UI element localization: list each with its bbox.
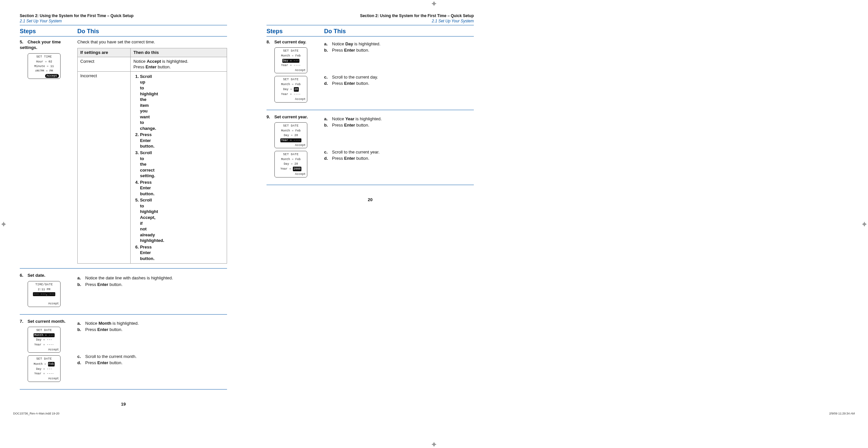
sub-marker: d. — [324, 156, 330, 161]
device-title: SET DATE — [276, 77, 306, 81]
sub-text: Press Enter button. — [332, 80, 369, 87]
device-screen-set-date: SET DATE Month = Feb Day = --- Year = --… — [274, 47, 307, 73]
table-cell: Scroll up to highlight the item you want… — [131, 71, 227, 264]
registration-mark-icon — [862, 222, 867, 227]
sub-marker: c. — [324, 74, 330, 80]
table-row: Correct Notice Accept is highlighted. Pr… — [78, 57, 227, 71]
step-title: Set current day. — [274, 39, 306, 44]
step-title: Set date. — [28, 273, 45, 278]
sub-marker: d. — [324, 80, 330, 87]
footer-timestamp: 2/9/09 11:29:34 AM — [829, 412, 855, 415]
device-accept: Accept — [276, 68, 306, 72]
device-line: Day = 28 — [276, 162, 306, 166]
device-accept: Accept — [29, 347, 59, 352]
device-title: SET DATE — [29, 329, 59, 332]
sub-marker: b. — [77, 327, 83, 333]
step-intro: Check that you have set the correct time… — [77, 39, 227, 45]
step-5: 5. Check your time settings. SET TIME Ho… — [20, 39, 227, 269]
step-number: 9. — [267, 114, 273, 120]
device-line: Hour = 02 — [29, 60, 59, 64]
sub-marker: a. — [77, 275, 83, 281]
section-title: Section 2: Using the System for the Firs… — [20, 13, 227, 19]
device-line-highlighted: Month = --- — [34, 333, 54, 337]
device-title: TIME/DATE — [29, 283, 59, 287]
sub-text: Scroll to the current day. — [332, 74, 378, 80]
device-accept: Accept — [29, 301, 59, 306]
device-screen-set-date: SET DATE Month = --- Day = --- Year = --… — [28, 327, 61, 353]
device-line: Month = Feb — [276, 129, 306, 133]
device-line: Year = ---- — [276, 92, 306, 97]
step-number: 6. — [20, 273, 26, 278]
table-cell: Notice Accept is highlighted. Press Ente… — [131, 57, 227, 71]
sub-text: Scroll to the current year. — [332, 149, 380, 155]
device-value-highlighted: 28 — [294, 87, 299, 92]
device-screen-set-date: SET DATE Month = Feb Day = --- Year = --… — [28, 355, 61, 382]
print-footer: DOC15736_Rev-A-Man.indd 19-20 2/9/09 11:… — [0, 410, 868, 417]
device-line: Year = ---- — [276, 63, 306, 68]
device-line: Day = --- — [29, 338, 59, 342]
col-do: Do This — [324, 27, 474, 35]
sub-text: Press Enter button. — [85, 327, 122, 333]
step-number: 8. — [267, 39, 273, 45]
device-value-highlighted: Feb — [48, 362, 55, 367]
device-line: Minute = 11 — [29, 64, 59, 69]
step-number: 7. — [20, 318, 26, 324]
table-row: Incorrect Scroll up to highlight the ite… — [78, 71, 227, 264]
sub-text: Press Enter button. — [332, 122, 369, 128]
if-settings-table: If settings are Then do this Correct Not… — [77, 48, 227, 264]
device-line: AM/PM = PM — [29, 69, 59, 73]
device-title: SET DATE — [276, 124, 306, 128]
sub-text: Press Enter button. — [85, 282, 122, 287]
col-steps: Steps — [20, 27, 77, 35]
col-do: Do This — [77, 27, 227, 35]
device-accept: Accept — [276, 172, 306, 176]
table-cell: Incorrect — [78, 71, 131, 264]
table-cell: Correct — [78, 57, 131, 71]
sub-text: Press Enter button. — [332, 156, 369, 161]
step-8: 8. Set current day. SET DATE Month = Feb… — [267, 39, 474, 110]
page-header: Section 2: Using the System for the Firs… — [267, 13, 474, 24]
device-accept: Accept — [276, 97, 306, 101]
device-value-highlighted: 2008 — [293, 167, 301, 171]
sub-marker: a. — [324, 41, 330, 47]
columns-header: Steps Do This — [20, 27, 227, 36]
device-accept: Accept — [45, 74, 59, 78]
device-title: SET DATE — [29, 357, 59, 361]
sub-text: Notice Day is highlighted. — [332, 41, 380, 47]
col-steps: Steps — [267, 27, 324, 35]
table-header: If settings are — [78, 48, 131, 57]
registration-mark-icon — [432, 1, 436, 6]
page-20: Section 2: Using the System for the Firs… — [267, 13, 474, 407]
step-9: 9. Set current year. SET DATE Month = Fe… — [267, 114, 474, 185]
device-line: Day = 28 — [276, 87, 306, 92]
device-line: Month = Feb — [276, 157, 306, 162]
step-7: 7. Set current month. SET DATE Month = -… — [20, 318, 227, 389]
device-line: Month = Feb — [29, 361, 59, 367]
header-rule — [267, 25, 474, 25]
device-line: Day = --- — [29, 367, 59, 371]
sub-marker: c. — [324, 149, 330, 155]
section-subtitle: 2.1 Set Up Your System — [267, 19, 474, 24]
device-line-highlighted: --- ---, --- — [33, 292, 56, 296]
sub-marker: a. — [77, 320, 83, 326]
step-number: 5. — [20, 39, 26, 45]
sub-marker: a. — [324, 116, 330, 122]
device-line: Month = Feb — [276, 54, 306, 58]
page-19: Section 2: Using the System for the Firs… — [20, 13, 227, 407]
page-number: 19 — [20, 401, 227, 407]
device-title: SET DATE — [276, 152, 306, 157]
device-line: Day = 28 — [276, 133, 306, 138]
device-line: 2:11 PM — [29, 287, 59, 292]
device-title: SET TIME — [29, 55, 59, 59]
registration-mark-icon — [1, 222, 6, 227]
device-line: Month = Feb — [276, 82, 306, 87]
device-line-highlighted: Day = --- — [282, 59, 300, 63]
sub-marker: b. — [324, 122, 330, 128]
sub-text: Notice the date line with dashes is high… — [85, 275, 173, 281]
step-title: Set current month. — [28, 319, 66, 324]
columns-header: Steps Do This — [267, 27, 474, 36]
device-screen-set-date: SET DATE Month = Feb Day = 28 Year = ---… — [274, 122, 307, 148]
device-line: Year = 2008 — [276, 166, 306, 172]
page-header: Section 2: Using the System for the Firs… — [20, 13, 227, 24]
device-screen-set-date: SET DATE Month = Feb Day = 28 Year = 200… — [274, 151, 307, 177]
